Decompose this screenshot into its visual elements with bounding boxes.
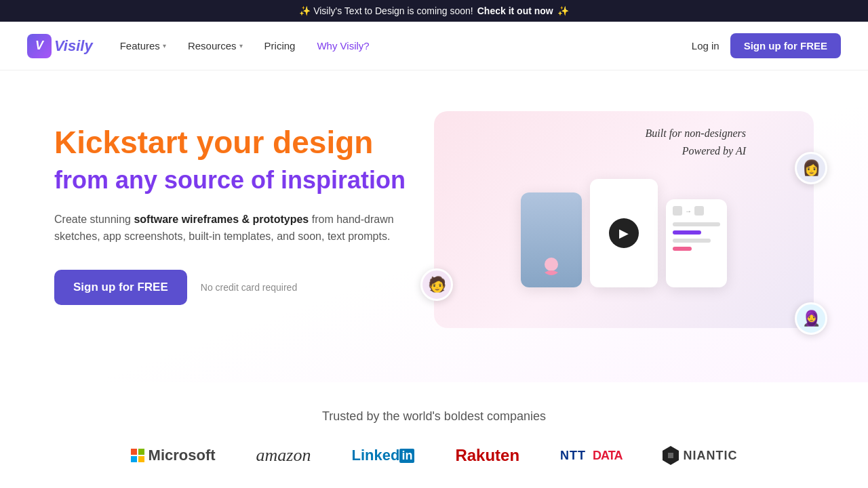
progress-bar	[673, 222, 720, 226]
announcement-banner: ✨ Visily's Text to Design is coming soon…	[0, 0, 868, 22]
hero-image: Built for non-designers Powered by AI ▶	[434, 111, 814, 328]
hero-illustration: Built for non-designers Powered by AI ▶	[434, 111, 814, 355]
nav-links: Features ▾ Resources ▾ Pricing Why Visil…	[120, 40, 370, 52]
sketch-icon	[538, 253, 565, 281]
device-card-left	[521, 192, 582, 287]
nav-item-features[interactable]: Features ▾	[120, 40, 166, 52]
nav-item-resources[interactable]: Resources ▾	[188, 40, 243, 52]
hero-subtitle: from any source of inspiration	[54, 166, 407, 195]
device-card-center[interactable]: ▶	[590, 179, 658, 287]
card-icon-2	[694, 206, 704, 216]
accent-bar	[673, 230, 701, 235]
logo[interactable]: V Visily	[27, 34, 93, 58]
logo-text: Visily	[54, 37, 93, 55]
arrow-icon: →	[685, 207, 692, 215]
nav-right: Log in Sign up for FREE	[692, 33, 841, 58]
ntt-data-logo: NTT DATA	[560, 449, 622, 463]
hero-image-label: Built for non-designers Powered by AI	[646, 125, 746, 159]
svg-point-0	[545, 258, 558, 271]
microsoft-logo: Microsoft	[131, 447, 216, 464]
device-card-right: →	[666, 199, 727, 287]
banner-sparkle: ✨	[557, 5, 569, 16]
bar-4	[673, 247, 692, 251]
logo-icon: V	[27, 34, 52, 58]
banner-cta[interactable]: Check it out now	[477, 5, 553, 16]
rakuten-logo: Rakuten	[455, 446, 519, 465]
trusted-section: Trusted by the world's boldest companies…	[0, 382, 868, 488]
hero-content: Kickstart your design from any source of…	[54, 111, 407, 305]
hero-section: Kickstart your design from any source of…	[0, 70, 868, 382]
company-logos: Microsoft amazon Linkedin Rakuten NTT DA…	[54, 445, 814, 466]
avatar-2: 👩	[795, 152, 827, 184]
banner-text: ✨ Visily's Text to Design is coming soon…	[299, 5, 473, 16]
hero-title: Kickstart your design	[54, 125, 407, 161]
play-button[interactable]: ▶	[609, 218, 639, 248]
login-button[interactable]: Log in	[692, 40, 719, 52]
nav-item-pricing[interactable]: Pricing	[264, 40, 296, 52]
hero-description: Create stunning software wireframes & pr…	[54, 211, 407, 245]
nav-item-why-visily[interactable]: Why Visily?	[317, 40, 369, 52]
chevron-down-icon: ▾	[163, 42, 166, 49]
card-icons: →	[673, 206, 720, 216]
niantic-icon	[663, 446, 679, 465]
avatar-3: 🧕	[795, 302, 827, 335]
linkedin-logo: Linkedin	[351, 447, 414, 464]
niantic-logo: NIANTIC	[663, 446, 737, 465]
ms-grid-icon	[131, 449, 144, 462]
hero-title-orange: Kickstart your design	[54, 125, 373, 160]
navbar: V Visily Features ▾ Resources ▾ Pricing …	[0, 22, 868, 70]
card-icon-1	[673, 206, 682, 216]
trusted-title: Trusted by the world's boldest companies	[54, 409, 814, 424]
signup-hero-button[interactable]: Sign up for FREE	[54, 270, 187, 305]
bar-3	[673, 239, 711, 243]
no-credit-text: No credit card required	[201, 282, 297, 293]
signup-nav-button[interactable]: Sign up for FREE	[730, 33, 841, 58]
amazon-logo: amazon	[256, 445, 311, 466]
hero-cta-group: Sign up for FREE No credit card required	[54, 270, 407, 305]
device-mockups: ▶ →	[507, 165, 741, 301]
chevron-down-icon: ▾	[239, 42, 243, 49]
avatar-1: 🧑	[420, 268, 453, 301]
